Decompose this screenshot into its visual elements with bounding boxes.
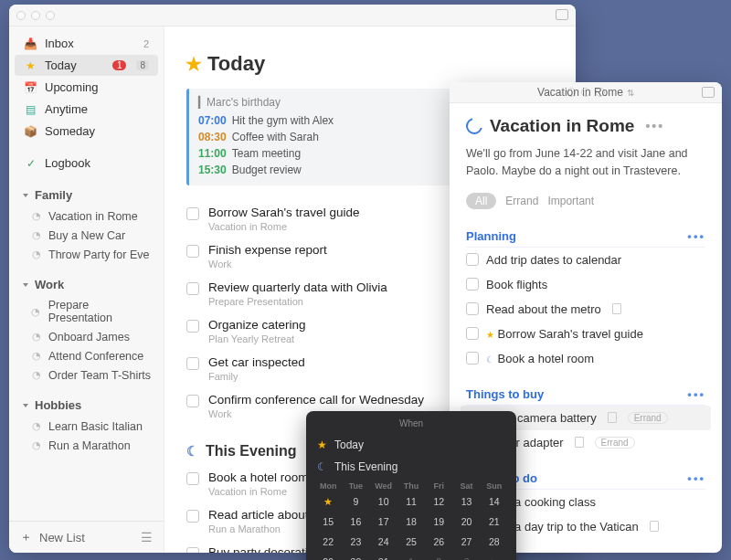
attachment-icon (608, 412, 617, 423)
calendar-day[interactable]: 18 (398, 512, 424, 531)
calendar-day[interactable]: 23 (343, 533, 368, 551)
sidebar-project[interactable]: ◔Onboard James (9, 327, 164, 346)
sidebar-project[interactable]: ◔Run a Marathon (9, 436, 164, 455)
window-button-icon[interactable] (556, 9, 568, 20)
sidebar-project[interactable]: ◔Buy a New Car (9, 226, 164, 245)
event-text: Budget review (232, 162, 302, 178)
calendar-day[interactable]: 9 (343, 492, 368, 511)
calendar-day[interactable]: 24 (371, 533, 397, 551)
tag[interactable]: Errand (595, 437, 635, 449)
more-icon[interactable]: ••• (687, 229, 705, 243)
project-icon: ◔ (29, 349, 43, 363)
event-text: Team meeting (232, 145, 301, 162)
more-icon[interactable]: ••• (645, 119, 664, 133)
calendar-day[interactable]: 17 (371, 512, 397, 531)
project-notes[interactable]: We'll go from June 14-22 and visit Jane … (466, 145, 705, 180)
task-row[interactable]: ☾ Book a hotel room (466, 346, 705, 371)
project-icon: ◔ (29, 438, 43, 452)
sidebar-item-upcoming[interactable]: 📅Upcoming (15, 77, 158, 98)
sidebar-item-label: Someday (45, 124, 95, 138)
task-row[interactable]: Book flights (466, 272, 705, 297)
calendar-day[interactable]: 14 (482, 492, 507, 511)
inbox-icon: 📥 (24, 37, 37, 50)
sidebar-project[interactable]: ◔Throw Party for Eve (9, 245, 164, 264)
logbook-icon: ✓ (24, 156, 37, 170)
popover-today[interactable]: ★Today (306, 434, 516, 456)
checkbox[interactable] (186, 547, 199, 553)
sidebar-project[interactable]: ◔Order Team T-Shirts (9, 365, 164, 385)
checkbox[interactable] (466, 253, 479, 266)
task-row[interactable]: Add trip dates to calendar (466, 248, 705, 272)
detail-window-title[interactable]: Vacation in Rome (537, 86, 634, 99)
calendar-day[interactable]: 13 (453, 492, 479, 511)
calendar-day[interactable]: 2 (426, 553, 451, 560)
sidebar-project[interactable]: ◔Prepare Presentation (9, 296, 164, 327)
area-heading[interactable]: Hobbies (15, 395, 158, 416)
filter-important[interactable]: Important (547, 195, 594, 207)
checkbox[interactable] (466, 352, 479, 365)
sidebar-item-inbox[interactable]: 📥Inbox2 (15, 33, 158, 54)
new-list-button[interactable]: ＋ New List ☰ (9, 521, 164, 553)
checkbox[interactable] (186, 282, 199, 295)
sidebar-project[interactable]: ◔Attend Conference (9, 346, 164, 365)
calendar-day[interactable]: 10 (371, 492, 397, 511)
calendar-day[interactable]: 3 (453, 553, 479, 560)
sidebar-item-anytime[interactable]: ▤Anytime (15, 99, 158, 120)
section-heading[interactable]: Things to buy••• (466, 384, 705, 406)
calendar-day[interactable]: 15 (315, 512, 341, 531)
sidebar-project[interactable]: ◔Vacation in Rome (9, 206, 164, 226)
traffic-lights[interactable] (16, 11, 55, 20)
sidebar-item-label: Anytime (45, 102, 88, 116)
calendar-day[interactable]: 26 (426, 533, 451, 551)
tag[interactable]: Errand (628, 412, 668, 424)
calendar-day[interactable]: 12 (426, 492, 451, 511)
day-head: Sun (482, 481, 507, 491)
calendar-day[interactable]: 31 (371, 553, 397, 560)
popover-evening[interactable]: ☾This Evening (306, 456, 516, 478)
filter-errand[interactable]: Errand (505, 195, 538, 207)
calendar-day[interactable]: 20 (453, 512, 479, 531)
checkbox[interactable] (186, 320, 199, 333)
sidebar-item-today[interactable]: ★Today18 (15, 55, 158, 76)
project-icon: ◔ (29, 228, 43, 242)
calendar-day[interactable]: 1 (398, 553, 424, 560)
checkbox[interactable] (186, 472, 199, 485)
task-row[interactable]: ★ Borrow Sarah's travel guide (466, 322, 705, 346)
more-icon[interactable]: ••• (687, 471, 705, 485)
calendar-day[interactable]: 16 (343, 512, 368, 531)
sidebar-item-someday[interactable]: 📦Someday (15, 121, 158, 142)
calendar-day[interactable]: 19 (426, 512, 451, 531)
calendar-day[interactable]: 30 (343, 553, 368, 560)
sidebar-item-logbook[interactable]: ✓Logbook (15, 153, 158, 174)
section-heading[interactable]: Planning••• (466, 226, 705, 248)
someday-icon: 📦 (24, 124, 37, 138)
more-icon[interactable]: ••• (687, 387, 705, 401)
calendar-day[interactable]: 21 (482, 512, 507, 531)
calendar-day[interactable]: ★ (315, 492, 341, 511)
checkbox[interactable] (186, 395, 199, 407)
checkbox[interactable] (466, 327, 479, 340)
sidebar-project[interactable]: ◔Learn Basic Italian (9, 417, 164, 436)
checkbox[interactable] (186, 357, 199, 370)
calendar-day[interactable]: 11 (398, 492, 424, 511)
task-row[interactable]: Read about the metro (466, 297, 705, 322)
checkbox[interactable] (466, 278, 479, 291)
checkbox[interactable] (186, 510, 199, 523)
area-heading[interactable]: Work (15, 274, 158, 295)
checkbox[interactable] (186, 207, 199, 220)
area-heading[interactable]: Family (15, 185, 158, 206)
moon-icon: ☾ (186, 443, 198, 460)
calendar-day[interactable]: > (482, 553, 507, 560)
calendar-day[interactable]: 29 (315, 553, 341, 560)
count: 2 (143, 38, 149, 49)
checkbox[interactable] (186, 245, 199, 258)
filter-all[interactable]: All (466, 193, 496, 209)
settings-icon[interactable]: ☰ (141, 530, 153, 544)
calendar-day[interactable]: 27 (453, 533, 479, 551)
calendar-day[interactable]: 25 (398, 533, 424, 551)
window-button-icon[interactable] (702, 87, 715, 98)
event-text: Coffee with Sarah (232, 129, 319, 145)
checkbox[interactable] (466, 302, 479, 315)
calendar-day[interactable]: 22 (315, 533, 341, 551)
calendar-day[interactable]: 28 (482, 533, 507, 551)
